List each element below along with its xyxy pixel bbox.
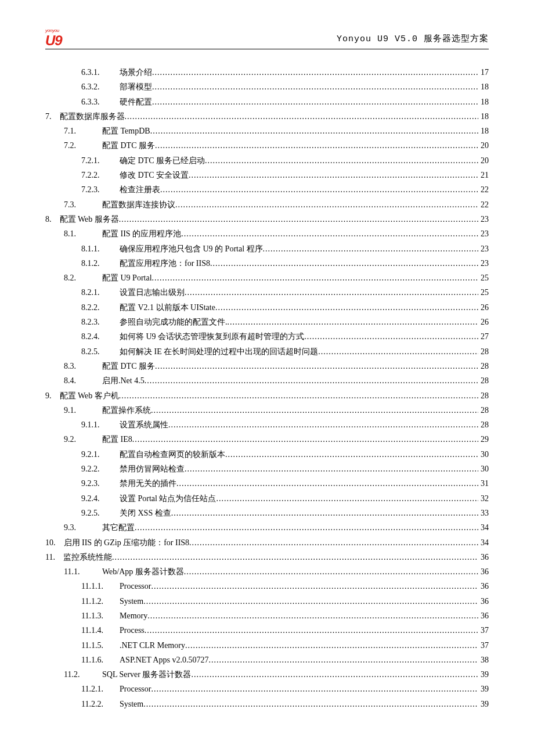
toc-entry[interactable]: 9.2.配置 IE829 (45, 433, 489, 447)
toc-leader (216, 492, 478, 506)
toc-entry[interactable]: 11.1.4.Process37 (45, 624, 489, 638)
toc-entry[interactable]: 9.配置 Web 客户机28 (45, 389, 489, 403)
toc-leader (147, 609, 478, 623)
toc-title: 部署模型 (120, 80, 152, 94)
toc-leader (215, 301, 478, 315)
toc-entry[interactable]: 11.1.Web/App 服务器计数器36 (45, 565, 489, 579)
toc-entry[interactable]: 8.2.5.如何解决 IE 在长时间处理的过程中出现的回话超时问题28 (45, 345, 489, 359)
toc-number: 10. (45, 536, 64, 550)
toc-leader (152, 271, 478, 285)
toc-title: 配置 V2.1 以前版本 UIState (120, 301, 215, 315)
toc-entry[interactable]: 11.1.6.ASP.NET Apps v2.0.5072738 (45, 653, 489, 667)
toc-title: 配置数据库连接协议 (102, 198, 175, 212)
toc-number: 9.2.1. (81, 448, 120, 462)
toc-entry[interactable]: 11.1.5..NET CLR Memory37 (45, 639, 489, 653)
toc-page-number: 34 (478, 536, 489, 550)
toc-page-number: 36 (478, 579, 489, 593)
toc-title: Processor (120, 579, 151, 593)
toc-entry[interactable]: 7.配置数据库服务器18 (45, 110, 489, 124)
toc-entry[interactable]: 7.2.1.确定 DTC 服务已经启动20 (45, 154, 489, 168)
table-of-contents: 6.3.1.场景介绍176.3.2.部署模型186.3.3.硬件配置187.配置… (45, 66, 489, 711)
toc-page-number: 25 (478, 271, 489, 285)
toc-entry[interactable]: 6.3.2.部署模型18 (45, 80, 489, 94)
toc-entry[interactable]: 9.2.5.关闭 XSS 检查33 (45, 506, 489, 520)
toc-title: 关闭 XSS 检查 (120, 506, 171, 520)
toc-title: 确保应用程序池只包含 U9 的 Portal 程序 (120, 242, 263, 256)
toc-page-number: 32 (478, 492, 489, 506)
toc-leader (155, 139, 478, 153)
toc-number: 8.4. (64, 374, 102, 388)
toc-entry[interactable]: 7.2.3.检查注册表22 (45, 183, 489, 197)
toc-leader (189, 536, 478, 550)
toc-entry[interactable]: 7.2.配置 DTC 服务20 (45, 139, 489, 153)
toc-entry[interactable]: 9.2.4.设置 Portal 站点为信任站点32 (45, 492, 489, 506)
toc-leader (210, 257, 478, 271)
toc-number: 6.3.2. (81, 80, 120, 94)
toc-entry[interactable]: 7.1.配置 TempDB18 (45, 124, 489, 138)
toc-number: 9.2.2. (81, 462, 120, 476)
toc-entry[interactable]: 8.2.1.设置日志输出级别25 (45, 286, 489, 300)
toc-leader (151, 682, 478, 696)
toc-title: 启用 IIS 的 GZip 压缩功能：for IIS8 (64, 536, 190, 550)
toc-entry[interactable]: 8.2.3.参照自动完成功能的配置文件.26 (45, 315, 489, 329)
toc-leader (181, 227, 478, 241)
toc-leader (185, 462, 478, 476)
toc-entry[interactable]: 8.2.2.配置 V2.1 以前版本 UIState26 (45, 301, 489, 315)
toc-entry[interactable]: 9.2.1.配置自动检查网页的较新版本30 (45, 448, 489, 462)
toc-number: 8.2.1. (81, 286, 120, 300)
logo-u9-text: U9 (45, 33, 62, 49)
toc-entry[interactable]: 11.2.1.Processor39 (45, 682, 489, 696)
toc-page-number: 30 (478, 462, 489, 476)
toc-entry[interactable]: 11.1.3.Memory36 (45, 609, 489, 623)
toc-page-number: 22 (478, 183, 489, 197)
toc-title: 配置数据库服务器 (60, 110, 125, 124)
toc-leader (150, 124, 478, 138)
toc-entry[interactable]: 10.启用 IIS 的 GZip 压缩功能：for IIS834 (45, 536, 489, 550)
toc-entry[interactable]: 6.3.3.硬件配置18 (45, 95, 489, 109)
toc-page-number: 39 (478, 668, 489, 682)
toc-title: ASP.NET Apps v2.0.50727 (120, 653, 208, 667)
toc-entry[interactable]: 11.2.2.System39 (45, 697, 489, 711)
toc-entry[interactable]: 6.3.1.场景介绍17 (45, 66, 489, 80)
toc-leader (208, 653, 478, 667)
toc-entry[interactable]: 9.2.2.禁用仿冒网站检查30 (45, 462, 489, 476)
toc-number: 11.1.1. (81, 579, 120, 593)
toc-leader (228, 315, 479, 329)
toc-entry[interactable]: 8.4.启用.Net 4.528 (45, 374, 489, 388)
toc-title: 启用.Net 4.5 (102, 374, 145, 388)
toc-entry[interactable]: 11.2.SQL Server 服务器计数器39 (45, 668, 489, 682)
toc-title: 确定 DTC 服务已经启动 (120, 154, 205, 168)
toc-entry[interactable]: 9.2.3.禁用无关的插件31 (45, 477, 489, 491)
toc-entry[interactable]: 9.1.配置操作系统28 (45, 404, 489, 417)
page-header: yonyou U9 Yonyou U9 V5.0 服务器选型方案 (45, 28, 489, 49)
toc-entry[interactable]: 11.监控系统性能36 (45, 550, 489, 564)
toc-entry[interactable]: 8.1.2.配置应用程序池：for IIS823 (45, 257, 489, 271)
toc-entry[interactable]: 9.3.其它配置34 (45, 521, 489, 535)
toc-entry[interactable]: 7.2.2.修改 DTC 安全设置21 (45, 168, 489, 182)
toc-entry[interactable]: 8.3.配置 DTC 服务28 (45, 359, 489, 373)
toc-entry[interactable]: 11.1.2.System36 (45, 595, 489, 609)
toc-page-number: 33 (478, 506, 489, 520)
toc-page-number: 28 (478, 374, 489, 388)
toc-entry[interactable]: 8.配置 Web 服务器23 (45, 213, 489, 226)
toc-leader (263, 242, 478, 256)
toc-entry[interactable]: 11.1.1.Processor36 (45, 579, 489, 593)
toc-title: 配置 DTC 服务 (102, 359, 155, 373)
toc-leader (152, 80, 478, 94)
toc-title: 配置 TempDB (102, 124, 150, 138)
toc-entry[interactable]: 8.1.1.确保应用程序池只包含 U9 的 Portal 程序23 (45, 242, 489, 256)
toc-title: 设置系统属性 (120, 418, 168, 432)
toc-leader (304, 330, 478, 344)
toc-title: 禁用仿冒网站检查 (120, 462, 185, 476)
toc-entry[interactable]: 8.2.配置 U9 Portal25 (45, 271, 489, 285)
toc-title: 监控系统性能 (63, 550, 112, 564)
toc-number: 11.1.3. (81, 609, 120, 623)
toc-entry[interactable]: 8.1.配置 IIS 的应用程序池23 (45, 227, 489, 241)
toc-entry[interactable]: 7.3.配置数据库连接协议22 (45, 198, 489, 212)
toc-page-number: 34 (478, 521, 489, 535)
toc-number: 8.2. (64, 271, 102, 285)
toc-title: 配置 Web 客户机 (60, 389, 119, 403)
toc-entry[interactable]: 8.2.4.如何将 U9 会话状态管理恢复到原有超时管理的方式27 (45, 330, 489, 344)
toc-entry[interactable]: 9.1.1.设置系统属性28 (45, 418, 489, 432)
toc-number: 7.1. (64, 124, 102, 138)
